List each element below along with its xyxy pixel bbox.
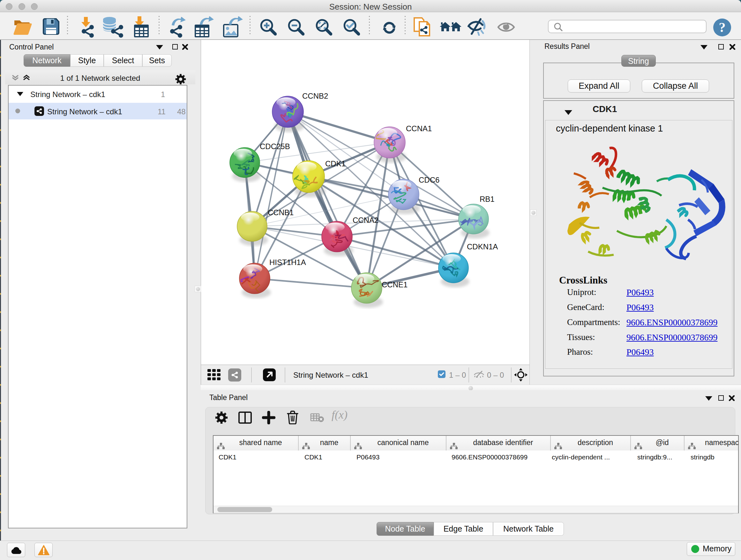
svg-text:CCNA2: CCNA2 bbox=[353, 216, 379, 225]
svg-text:HIST1H1A: HIST1H1A bbox=[269, 258, 306, 266]
svg-text:CCNE1: CCNE1 bbox=[382, 280, 408, 289]
svg-text:?: ? bbox=[719, 20, 726, 35]
svg-text:CCNB1: CCNB1 bbox=[268, 208, 293, 217]
svg-text:CDC25B: CDC25B bbox=[260, 142, 290, 151]
svg-text:CDC6: CDC6 bbox=[419, 176, 440, 184]
svg-text:CDKN1A: CDKN1A bbox=[467, 242, 498, 251]
svg-text:CDK1: CDK1 bbox=[325, 159, 346, 168]
svg-text:CCNA1: CCNA1 bbox=[406, 124, 432, 133]
svg-text:CCNB2: CCNB2 bbox=[302, 91, 328, 100]
svg-text:RB1: RB1 bbox=[480, 195, 495, 203]
